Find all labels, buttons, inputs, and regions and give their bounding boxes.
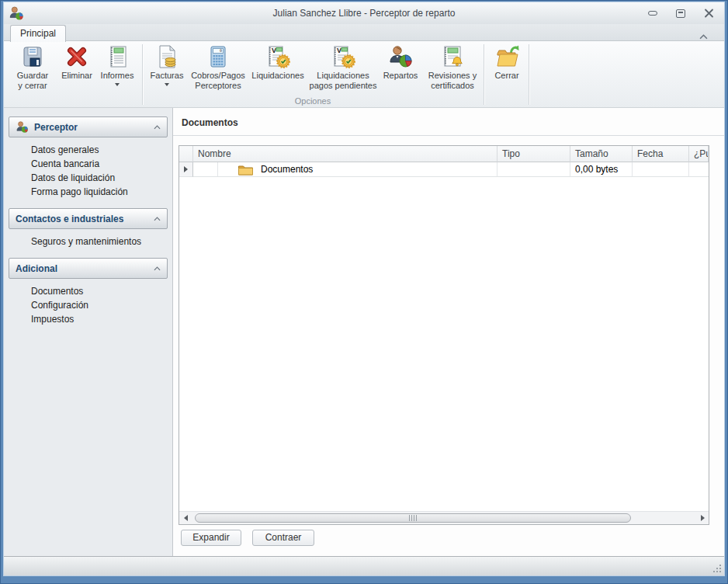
seal-document-icon: V [331, 44, 355, 69]
grid-header-nombre[interactable]: Nombre [193, 146, 497, 162]
sidebar-section-items: Seguros y mantenimientos [4, 229, 172, 258]
person-chart-icon [388, 44, 413, 69]
ribbon-group-caption: Opciones [142, 96, 484, 106]
section-title: Adicional [16, 263, 154, 274]
minimize-icon [648, 11, 657, 16]
horizontal-scrollbar[interactable] [179, 511, 709, 524]
ribbon-button-label: pagos pendientes [310, 81, 377, 91]
ribbon-button-label: Revisiones y [428, 71, 477, 81]
ribbon-button-label: certificados [431, 81, 474, 91]
grid-header-tipo[interactable]: Tipo [497, 146, 570, 162]
arrow-left-icon [184, 515, 188, 521]
ribbon-button-label: Informes [101, 71, 134, 81]
sidebar-section-items: Documentos Configuración Impuestos [4, 279, 172, 335]
svg-text:0: 0 [220, 48, 222, 53]
close-button[interactable] [702, 8, 715, 19]
person-chart-icon [16, 120, 29, 134]
grid-header-fecha[interactable]: Fecha [633, 146, 689, 162]
cell-nombre[interactable]: Documentos [193, 162, 497, 177]
minimize-button[interactable] [647, 8, 659, 19]
ribbon-button-repartos[interactable]: Repartos [380, 44, 421, 96]
window-client-area: Julian Sanchez Llibre - Perceptor de rep… [4, 2, 724, 575]
ribbon-separator [484, 44, 484, 105]
folder-icon [237, 164, 254, 176]
sidebar-section-perceptor[interactable]: Perceptor [9, 116, 168, 137]
dropdown-arrow-icon [165, 83, 169, 86]
ribbon-separator [529, 44, 529, 105]
grid-header-indicator [179, 146, 193, 162]
sidebar-item-forma-pago-liquidacion[interactable]: Forma pago liquidación [31, 185, 172, 199]
ribbon-button-label: Liquidaciones [251, 71, 303, 81]
window-title: Julian Sanchez Llibre - Perceptor de rep… [4, 2, 724, 24]
calculator-icon: 0 [206, 44, 231, 69]
collapse-ribbon-button[interactable] [699, 29, 709, 36]
sidebar-item-seguros-y-mantenimientos[interactable]: Seguros y mantenimientos [31, 235, 172, 249]
cell-publicado[interactable] [689, 162, 709, 177]
caption-divider [173, 135, 724, 136]
ribbon-button-cerrar[interactable]: Cerrar [488, 44, 525, 96]
expand-button[interactable]: Expandir [181, 530, 241, 546]
ribbon: Guardar y cerrar Eliminar [4, 41, 724, 108]
restore-icon [676, 9, 685, 18]
ribbon-button-label: Cerrar [494, 71, 518, 81]
ribbon-button-label: Repartos [383, 71, 418, 81]
sidebar-item-datos-de-liquidacion[interactable]: Datos de liquidación [31, 171, 172, 185]
dropdown-arrow-icon [115, 83, 120, 86]
sidebar-item-cuenta-bancaria[interactable]: Cuenta bancaria [31, 157, 172, 171]
ribbon-button-informes[interactable]: Informes [97, 44, 137, 96]
page-title: Documentos [182, 117, 238, 128]
tab-principal[interactable]: Principal [10, 25, 66, 42]
ribbon-tab-row: Principal [4, 24, 724, 41]
grid-header-tamano[interactable]: Tamaño [570, 146, 633, 162]
main-area: Perceptor Datos generales Cuenta bancari… [4, 108, 724, 556]
save-icon [20, 44, 45, 69]
restore-button[interactable] [674, 8, 687, 19]
svg-text:V: V [337, 47, 341, 54]
ribbon-button-label: Cobros/Pagos [191, 71, 245, 81]
chevron-up-icon [154, 266, 161, 271]
sidebar-item-configuracion[interactable]: Configuración [31, 298, 172, 312]
resize-grip[interactable] [712, 563, 721, 572]
app-window: Julian Sanchez Llibre - Perceptor de rep… [0, 0, 728, 584]
bell-document-icon [440, 44, 465, 69]
chevron-up-icon [154, 125, 161, 130]
close-folder-icon [494, 44, 519, 69]
section-title: Perceptor [34, 122, 154, 133]
delete-icon [64, 44, 89, 69]
cell-tipo[interactable] [497, 162, 570, 177]
grid-header-publicado[interactable]: ¿Pul [689, 146, 709, 162]
sidebar-item-datos-generales[interactable]: Datos generales [31, 143, 172, 157]
invoice-coins-icon [154, 44, 179, 69]
sidebar: Perceptor Datos generales Cuenta bancari… [4, 108, 173, 556]
ribbon-button-revisiones-y-certificados[interactable]: Revisiones y certificados [423, 44, 482, 96]
sidebar-item-documentos[interactable]: Documentos [31, 284, 172, 298]
scroll-right-button[interactable] [696, 512, 709, 524]
ribbon-button-facturas[interactable]: Facturas [147, 44, 187, 96]
scrollbar-grip-icon [409, 515, 418, 521]
table-row[interactable]: Documentos 0,00 bytes [179, 162, 709, 177]
tree-indent [193, 162, 218, 176]
ribbon-button-label: y cerrar [18, 81, 47, 91]
cell-fecha[interactable] [633, 162, 689, 177]
grid-header-row: Nombre Tipo Tamaño Fecha ¿Pul [179, 146, 709, 162]
cell-tamano[interactable]: 0,00 bytes [570, 162, 633, 177]
window-controls [647, 8, 715, 19]
seal-document-icon: V [265, 44, 290, 69]
chevron-up-icon [154, 217, 161, 221]
ribbon-button-guardar-y-cerrar[interactable]: Guardar y cerrar [10, 44, 55, 96]
ribbon-button-cobros-pagos-perceptores[interactable]: 0 Cobros/Pagos Perceptores [189, 44, 248, 96]
row-indicator [179, 162, 193, 177]
scroll-left-button[interactable] [179, 512, 192, 524]
ribbon-button-liquidaciones-pagos-pendientes[interactable]: V Liquidaciones pagos pendientes [310, 44, 376, 96]
sidebar-item-impuestos[interactable]: Impuestos [31, 312, 172, 326]
cell-nombre-text: Documentos [261, 164, 313, 175]
ribbon-button-liquidaciones[interactable]: V Liquidaciones [248, 44, 308, 96]
ribbon-button-label: Guardar [17, 71, 48, 81]
ribbon-button-eliminar[interactable]: Eliminar [58, 44, 95, 96]
collapse-button[interactable]: Contraer [252, 530, 314, 546]
scrollbar-thumb[interactable] [195, 513, 631, 523]
chevron-up-icon [699, 34, 708, 40]
sidebar-section-contactos-e-industriales[interactable]: Contactos e industriales [9, 208, 168, 229]
sidebar-section-adicional[interactable]: Adicional [9, 258, 168, 279]
report-icon [105, 44, 130, 69]
